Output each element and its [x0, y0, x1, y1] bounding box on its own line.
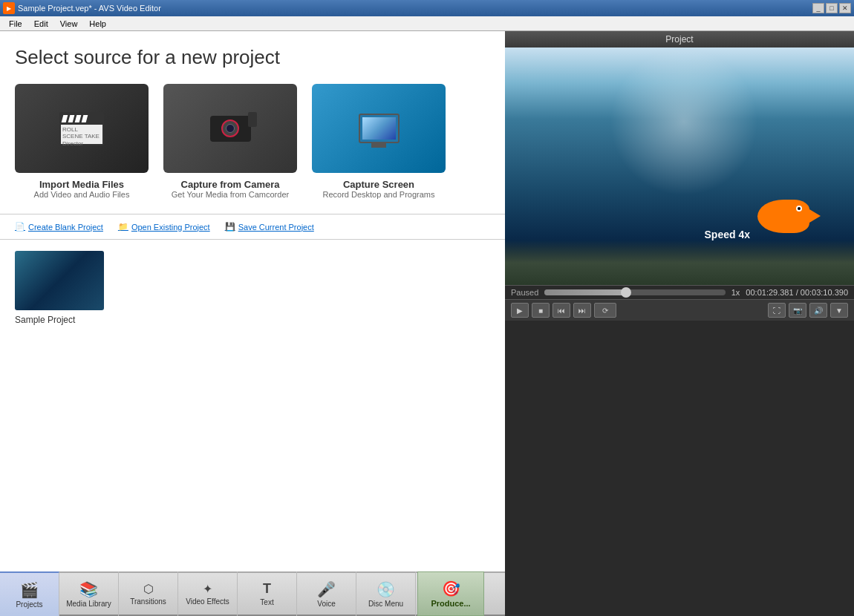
save-project-label: Save Current Project [238, 223, 314, 232]
projects-label: Projects [16, 600, 42, 609]
camera-icon-box [163, 84, 297, 173]
progress-bar[interactable] [544, 289, 725, 295]
source-options: ROLLSCENE TAKEDirector Import Media File… [15, 84, 490, 199]
save-project-icon: 💾 [225, 222, 235, 232]
import-icon-box: ROLLSCENE TAKEDirector [15, 84, 149, 173]
menu-help[interactable]: Help [83, 18, 112, 30]
create-blank-label: Create Blank Project [28, 223, 103, 232]
menu-edit[interactable]: Edit [28, 18, 54, 30]
light-rays [610, 47, 758, 196]
close-button[interactable]: ✕ [839, 3, 851, 13]
preview-status: Paused 1x 00:01:29.381 / 00:03:10.390 [505, 285, 854, 299]
play-button[interactable]: ▶ [511, 303, 529, 318]
left-panel: Select source for a new project [0, 31, 505, 616]
text-icon: T [263, 581, 271, 597]
snapshot-button[interactable]: 📷 [789, 303, 806, 318]
fish [757, 200, 809, 233]
tab-projects[interactable]: 🎬 Projects [0, 571, 59, 616]
video-effects-icon: ✦ [203, 582, 212, 596]
camera-desc: Get Your Media from Camcorder [172, 190, 289, 199]
preview-right-controls: ⛶ 📷 🔊 ▼ [768, 303, 848, 318]
camera-icon [210, 116, 251, 142]
recent-area: Sample Project [0, 240, 505, 571]
produce-button[interactable]: 🎯 Produce... [417, 571, 484, 616]
create-blank-button[interactable]: 📄 Create Blank Project [15, 222, 103, 232]
preview-playback: ▶ ■ ⏮ ⏭ ⟳ ⛶ 📷 🔊 ▼ [505, 299, 854, 321]
minimize-button[interactable]: _ [812, 3, 824, 13]
clapboard-icon: ROLLSCENE TAKEDirector [59, 112, 104, 145]
tab-disc-menu[interactable]: 💿 Disc Menu [356, 571, 416, 616]
tab-video-effects[interactable]: ✦ Video Effects [178, 571, 238, 616]
source-camera[interactable]: Capture from Camera Get Your Media from … [163, 84, 297, 199]
menu-file[interactable]: File [3, 18, 28, 30]
text-label: Text [260, 598, 273, 606]
recent-project-item[interactable]: Sample Project [15, 251, 490, 325]
camera-name: Capture from Camera [181, 179, 280, 190]
video-effects-label: Video Effects [186, 597, 229, 606]
media-library-label: Media Library [66, 600, 111, 608]
main-container: Select source for a new project [0, 31, 854, 616]
import-name: Import Media Files [39, 179, 124, 190]
voice-icon: 🎤 [317, 580, 336, 598]
tab-media-library[interactable]: 📚 Media Library [59, 571, 119, 616]
recent-project-thumb [15, 251, 104, 310]
screen-icon-box [312, 84, 446, 173]
preview-video: Speed 4x [505, 47, 854, 285]
source-area: Select source for a new project [0, 31, 505, 214]
produce-label: Produce... [431, 599, 470, 608]
tab-text[interactable]: T Text [238, 571, 297, 616]
produce-icon: 🎯 [442, 580, 460, 597]
menu-view[interactable]: View [54, 18, 84, 30]
source-title: Select source for a new project [15, 46, 490, 69]
projects-icon: 🎬 [20, 581, 39, 599]
media-library-icon: 📚 [79, 580, 98, 598]
rocks [505, 240, 854, 285]
paused-status: Paused [511, 288, 538, 297]
open-project-label: Open Existing Project [131, 223, 210, 232]
loop-button[interactable]: ⟳ [594, 303, 616, 318]
preview-title: Project [505, 31, 854, 47]
source-import[interactable]: ROLLSCENE TAKEDirector Import Media File… [15, 84, 149, 199]
window-title: Sample Project.vep* - AVS Video Editor [18, 4, 161, 13]
fullscreen-button[interactable]: ⛶ [768, 303, 786, 318]
source-screen[interactable]: Capture Screen Record Desktop and Progra… [312, 84, 446, 199]
recent-project-name: Sample Project [15, 315, 490, 325]
volume-button[interactable]: 🔊 [809, 303, 827, 318]
progress-fill [544, 289, 626, 295]
time-display: 00:01:29.381 / 00:03:10.390 [746, 288, 848, 297]
screen-desc: Record Desktop and Programs [322, 190, 434, 199]
disc-menu-label: Disc Menu [368, 600, 403, 608]
app-icon: ▶ [3, 2, 15, 14]
screen-name: Capture Screen [343, 179, 414, 190]
tab-voice[interactable]: 🎤 Voice [297, 571, 356, 616]
open-project-icon: 📁 [118, 222, 128, 232]
expand-button[interactable]: ▼ [830, 303, 848, 318]
menu-bar: File Edit View Help [0, 16, 854, 31]
prev-frame-button[interactable]: ⏮ [553, 303, 570, 318]
open-project-button[interactable]: 📁 Open Existing Project [118, 222, 210, 232]
next-frame-button[interactable]: ⏭ [573, 303, 591, 318]
title-bar: ▶ Sample Project.vep* - AVS Video Editor… [0, 0, 854, 16]
tab-transitions[interactable]: ⬡ Transitions [119, 571, 178, 616]
progress-thumb [621, 287, 631, 298]
blank-project-icon: 📄 [15, 222, 25, 232]
disc-menu-icon: 💿 [377, 580, 395, 598]
speed-indicator: 1x [731, 288, 740, 297]
voice-label: Voice [317, 600, 335, 608]
transitions-label: Transitions [130, 597, 166, 606]
stop-button[interactable]: ■ [532, 303, 550, 318]
transitions-icon: ⬡ [143, 582, 154, 596]
preview-panel: Project Speed 4x Paused 1x 00:01:29.381 … [505, 31, 854, 616]
save-project-button[interactable]: 💾 Save Current Project [225, 222, 314, 232]
speed-overlay-label: Speed 4x [705, 229, 750, 240]
monitor-icon [359, 114, 400, 143]
import-desc: Add Video and Audio Files [34, 190, 130, 199]
project-actions: 📄 Create Blank Project 📁 Open Existing P… [0, 214, 505, 240]
maximize-button[interactable]: □ [826, 3, 838, 13]
main-toolbar: 🎬 Projects 📚 Media Library ⬡ Transitions… [0, 571, 505, 616]
